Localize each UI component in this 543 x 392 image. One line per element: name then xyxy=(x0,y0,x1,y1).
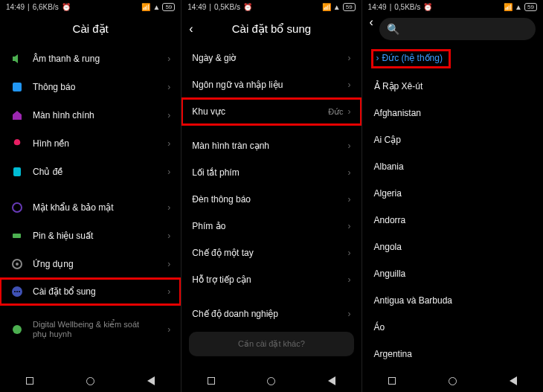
chevron-right-icon: › xyxy=(348,80,351,90)
region-item[interactable]: Albania xyxy=(362,153,543,180)
apps-icon xyxy=(10,257,24,271)
nav-home[interactable] xyxy=(267,377,275,385)
region-item[interactable]: Andorra xyxy=(362,207,543,234)
nav-recent[interactable] xyxy=(26,377,33,385)
status-bar: 14:49 | 0,5KB/s ⏰ 📶 ▲ 59 xyxy=(362,0,543,13)
region-item[interactable]: Antigua và Barbuda xyxy=(362,287,543,314)
nav-bar xyxy=(362,370,543,392)
svg-rect-0 xyxy=(13,83,22,91)
row-apps[interactable]: Ứng dụng › xyxy=(0,250,181,278)
battery-icon: 59 xyxy=(343,3,356,11)
region-item[interactable]: Anguilla xyxy=(362,260,543,287)
chevron-right-icon: › xyxy=(348,141,351,151)
row-date-time[interactable]: Ngày & giờ › xyxy=(181,45,361,71)
region-item[interactable]: Argentina xyxy=(362,341,543,367)
settings-screen: 14:49 | 6,6KB/s ⏰ 📶 ▲ 59 Cài đặt Âm than… xyxy=(0,0,181,392)
region-item[interactable]: Áo xyxy=(362,314,543,341)
search-input[interactable]: 🔍 xyxy=(379,18,536,40)
nav-recent[interactable] xyxy=(208,377,215,385)
signal-icon: 📶 xyxy=(141,3,150,11)
fingerprint-icon xyxy=(10,201,24,214)
net-speed: 6,6KB/s xyxy=(33,3,59,11)
region-item[interactable]: Algeria xyxy=(362,180,543,207)
svg-point-10 xyxy=(13,325,22,334)
clock: 14:49 xyxy=(368,3,387,11)
region-picker-screen: 14:49 | 0,5KB/s ⏰ 📶 ▲ 59 ‹ 🔍 › Đức (hệ t… xyxy=(362,0,543,392)
chevron-right-icon: › xyxy=(348,53,351,63)
nav-home[interactable] xyxy=(86,377,94,385)
chevron-right-icon: › xyxy=(167,259,170,269)
row-fullscreen[interactable]: Màn hình tràn cạnh › xyxy=(181,132,361,159)
chevron-right-icon: › xyxy=(167,110,170,121)
svg-point-2 xyxy=(13,203,22,212)
row-language-input[interactable]: Ngôn ngữ và nhập liệu › xyxy=(181,71,361,98)
header: Cài đặt xyxy=(0,13,181,45)
wifi-icon: ▲ xyxy=(333,3,341,11)
chevron-right-icon: › xyxy=(167,167,170,177)
chevron-right-icon: › xyxy=(167,138,170,149)
nav-recent[interactable] xyxy=(388,377,396,385)
search-header: ‹ 🔍 xyxy=(362,13,543,45)
battery-icon: 59 xyxy=(524,3,537,11)
svg-point-5 xyxy=(16,263,19,266)
additional-settings-screen: 14:49 | 0,5KB/s ⏰ 📶 ▲ 59 ‹ Cài đặt bổ su… xyxy=(181,0,362,392)
battery-icon: 59 xyxy=(162,3,175,11)
nav-home[interactable] xyxy=(449,377,457,385)
chevron-right-icon: › xyxy=(167,324,170,335)
row-notifications[interactable]: Thông báo › xyxy=(0,73,181,101)
chevron-right-icon: › xyxy=(348,167,351,178)
svg-point-9 xyxy=(19,291,20,292)
svg-point-8 xyxy=(16,291,18,292)
chevron-right-icon: › xyxy=(348,274,351,285)
home-icon xyxy=(10,109,24,122)
row-battery[interactable]: Pin & hiệu suất › xyxy=(0,222,181,250)
net-speed: 0,5KB/s xyxy=(394,3,420,11)
net-speed: 0,5KB/s xyxy=(214,3,240,11)
row-onehanded[interactable]: Chế độ một tay › xyxy=(181,240,361,266)
chevron-right-icon: › xyxy=(167,202,170,213)
row-home[interactable]: Màn hình chính › xyxy=(0,101,181,129)
search-other-card[interactable]: Cần cài đặt khác? xyxy=(189,332,353,356)
row-wellbeing[interactable]: Digital Wellbeing & kiểm soát phụ huynh … xyxy=(0,312,181,347)
row-buttons[interactable]: Phím ảo › xyxy=(181,213,361,240)
chevron-right-icon: › xyxy=(376,53,379,63)
row-accessibility[interactable]: Hỗ trợ tiếp cận › xyxy=(181,266,361,293)
alarm-icon: ⏰ xyxy=(243,3,252,11)
chevron-right-icon: › xyxy=(348,248,351,258)
row-additional-settings[interactable]: Cài đặt bổ sung › xyxy=(0,278,181,305)
battery-icon xyxy=(10,229,24,242)
row-wallpaper[interactable]: Hình nền › xyxy=(0,129,181,158)
back-button[interactable]: ‹ xyxy=(189,22,193,36)
selected-region[interactable]: › Đức (hệ thống) xyxy=(371,49,451,68)
sound-icon xyxy=(10,52,24,65)
wifi-icon: ▲ xyxy=(152,3,160,11)
back-button[interactable]: ‹ xyxy=(370,16,373,29)
svg-point-7 xyxy=(14,291,16,292)
row-theme[interactable]: Chủ đề › xyxy=(0,158,181,186)
row-region[interactable]: Khu vực Đức › xyxy=(181,98,361,125)
region-value: Đức xyxy=(328,107,343,117)
row-security[interactable]: Mật khẩu & bảo mật › xyxy=(0,193,181,222)
wallpaper-icon xyxy=(10,137,24,150)
chevron-right-icon: › xyxy=(348,194,351,205)
region-item[interactable]: Ai Cập xyxy=(362,126,543,153)
region-item[interactable]: Ả Rập Xê-út xyxy=(362,73,543,100)
nav-back[interactable] xyxy=(510,376,517,385)
nav-back[interactable] xyxy=(147,376,155,385)
chevron-right-icon: › xyxy=(167,231,170,241)
clock: 14:49 xyxy=(187,3,206,11)
settings-list: Âm thanh & rung › Thông báo › Màn hình c… xyxy=(0,45,181,347)
chevron-right-icon: › xyxy=(348,106,351,117)
wellbeing-icon xyxy=(10,323,24,336)
nav-back[interactable] xyxy=(328,376,335,385)
wifi-icon: ▲ xyxy=(515,3,522,11)
additional-list: Ngày & giờ › Ngôn ngữ và nhập liệu › Khu… xyxy=(181,45,361,356)
row-enterprise[interactable]: Chế độ doanh nghiệp › xyxy=(181,301,361,327)
row-sound[interactable]: Âm thanh & rung › xyxy=(0,45,181,73)
row-shortcuts[interactable]: Lối tắt phím › xyxy=(181,159,361,186)
chevron-right-icon: › xyxy=(167,82,170,92)
region-item[interactable]: Angola xyxy=(362,234,543,260)
notify-icon xyxy=(10,80,24,94)
row-led[interactable]: Đèn thông báo › xyxy=(181,186,361,213)
region-item[interactable]: Afghanistan xyxy=(362,100,543,126)
